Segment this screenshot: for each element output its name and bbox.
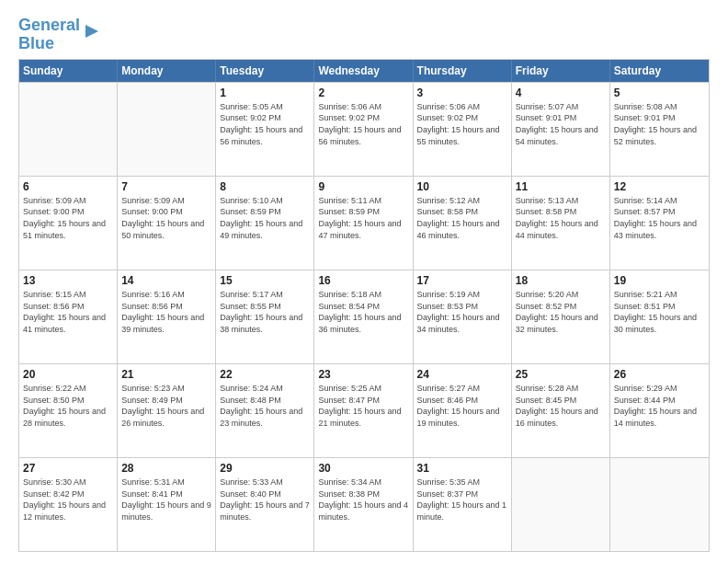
day-info: Sunrise: 5:31 AM Sunset: 8:41 PM Dayligh… [121,477,211,523]
calendar-cell: 23Sunrise: 5:25 AM Sunset: 8:47 PM Dayli… [314,364,413,457]
day-number: 14 [121,273,211,288]
day-number: 2 [318,86,408,100]
day-number: 25 [516,367,606,382]
calendar-cell: 16Sunrise: 5:18 AM Sunset: 8:54 PM Dayli… [314,270,413,363]
calendar-cell: 5Sunrise: 5:08 AM Sunset: 9:01 PM Daylig… [610,83,709,176]
day-info: Sunrise: 5:15 AM Sunset: 8:56 PM Dayligh… [23,289,113,335]
weekday-header-sunday: Sunday [19,60,118,82]
calendar-cell: 15Sunrise: 5:17 AM Sunset: 8:55 PM Dayli… [216,270,314,363]
calendar-cell: 29Sunrise: 5:33 AM Sunset: 8:40 PM Dayli… [216,458,314,551]
calendar-cell: 25Sunrise: 5:28 AM Sunset: 8:45 PM Dayli… [512,364,610,457]
day-number: 29 [220,461,310,476]
day-number: 22 [220,367,310,382]
calendar-cell [19,83,118,176]
day-number: 9 [318,179,408,194]
day-number: 6 [23,179,113,194]
calendar-cell [118,83,216,176]
calendar-cell: 21Sunrise: 5:23 AM Sunset: 8:49 PM Dayli… [118,364,216,457]
calendar-row-4: 20Sunrise: 5:22 AM Sunset: 8:50 PM Dayli… [19,363,709,457]
calendar-cell: 24Sunrise: 5:27 AM Sunset: 8:46 PM Dayli… [414,364,512,457]
day-info: Sunrise: 5:24 AM Sunset: 8:48 PM Dayligh… [220,383,310,429]
logo-arrow-icon [82,21,102,41]
calendar-cell: 10Sunrise: 5:12 AM Sunset: 8:58 PM Dayli… [414,177,512,270]
calendar-row-2: 6Sunrise: 5:09 AM Sunset: 9:00 PM Daylig… [19,176,709,270]
day-info: Sunrise: 5:23 AM Sunset: 8:49 PM Dayligh… [121,383,211,429]
day-number: 18 [516,273,606,288]
logo-text: General Blue [18,17,80,53]
day-number: 20 [23,367,113,382]
day-number: 12 [614,179,705,194]
calendar-cell: 4Sunrise: 5:07 AM Sunset: 9:01 PM Daylig… [512,83,610,176]
day-number: 23 [318,367,408,382]
calendar-cell: 8Sunrise: 5:10 AM Sunset: 8:59 PM Daylig… [216,177,314,270]
calendar-cell: 3Sunrise: 5:06 AM Sunset: 9:02 PM Daylig… [414,83,512,176]
day-number: 5 [614,86,705,100]
day-info: Sunrise: 5:33 AM Sunset: 8:40 PM Dayligh… [220,477,310,523]
day-info: Sunrise: 5:29 AM Sunset: 8:44 PM Dayligh… [614,383,705,429]
calendar-cell: 18Sunrise: 5:20 AM Sunset: 8:52 PM Dayli… [512,270,610,363]
day-info: Sunrise: 5:14 AM Sunset: 8:57 PM Dayligh… [614,195,705,241]
day-info: Sunrise: 5:22 AM Sunset: 8:50 PM Dayligh… [23,383,113,429]
calendar-header: SundayMondayTuesdayWednesdayThursdayFrid… [19,60,709,82]
calendar-cell: 13Sunrise: 5:15 AM Sunset: 8:56 PM Dayli… [19,270,118,363]
logo: General Blue [18,17,102,53]
day-info: Sunrise: 5:19 AM Sunset: 8:53 PM Dayligh… [417,289,507,335]
calendar-cell [610,458,709,551]
day-number: 16 [318,273,408,288]
day-number: 11 [516,179,606,194]
day-number: 8 [220,179,310,194]
header: General Blue [18,17,710,53]
svg-marker-0 [85,25,98,38]
weekday-header-saturday: Saturday [610,60,709,82]
calendar-cell: 22Sunrise: 5:24 AM Sunset: 8:48 PM Dayli… [216,364,314,457]
day-number: 4 [516,86,606,100]
calendar-cell: 1Sunrise: 5:05 AM Sunset: 9:02 PM Daylig… [216,83,314,176]
logo-general: General [18,16,80,34]
weekday-header-tuesday: Tuesday [216,60,314,82]
day-info: Sunrise: 5:12 AM Sunset: 8:58 PM Dayligh… [417,195,507,241]
calendar-row-1: 1Sunrise: 5:05 AM Sunset: 9:02 PM Daylig… [19,82,709,176]
calendar-cell: 17Sunrise: 5:19 AM Sunset: 8:53 PM Dayli… [414,270,512,363]
weekday-header-friday: Friday [512,60,610,82]
day-number: 3 [417,86,507,100]
day-number: 28 [121,461,211,476]
day-info: Sunrise: 5:18 AM Sunset: 8:54 PM Dayligh… [318,289,408,335]
weekday-header-wednesday: Wednesday [314,60,413,82]
calendar-cell: 28Sunrise: 5:31 AM Sunset: 8:41 PM Dayli… [118,458,216,551]
day-info: Sunrise: 5:25 AM Sunset: 8:47 PM Dayligh… [318,383,408,429]
day-info: Sunrise: 5:06 AM Sunset: 9:02 PM Dayligh… [417,101,507,147]
day-number: 17 [417,273,507,288]
day-info: Sunrise: 5:06 AM Sunset: 9:02 PM Dayligh… [318,101,408,147]
page: General Blue SundayMondayTuesdayWednesda… [0,0,728,563]
calendar-row-5: 27Sunrise: 5:30 AM Sunset: 8:42 PM Dayli… [19,457,709,551]
calendar-cell: 12Sunrise: 5:14 AM Sunset: 8:57 PM Dayli… [610,177,709,270]
day-number: 7 [121,179,211,194]
calendar-cell: 7Sunrise: 5:09 AM Sunset: 9:00 PM Daylig… [118,177,216,270]
calendar-cell: 11Sunrise: 5:13 AM Sunset: 8:58 PM Dayli… [512,177,610,270]
day-info: Sunrise: 5:35 AM Sunset: 8:37 PM Dayligh… [417,477,507,523]
calendar-cell: 20Sunrise: 5:22 AM Sunset: 8:50 PM Dayli… [19,364,118,457]
day-info: Sunrise: 5:11 AM Sunset: 8:59 PM Dayligh… [318,195,408,241]
weekday-header-monday: Monday [118,60,216,82]
day-number: 30 [318,461,408,476]
calendar-cell: 6Sunrise: 5:09 AM Sunset: 9:00 PM Daylig… [19,177,118,270]
calendar-cell: 27Sunrise: 5:30 AM Sunset: 8:42 PM Dayli… [19,458,118,551]
day-number: 27 [23,461,113,476]
day-number: 1 [220,86,310,100]
day-number: 15 [220,273,310,288]
day-info: Sunrise: 5:30 AM Sunset: 8:42 PM Dayligh… [23,477,113,523]
calendar-cell: 19Sunrise: 5:21 AM Sunset: 8:51 PM Dayli… [610,270,709,363]
calendar-cell: 9Sunrise: 5:11 AM Sunset: 8:59 PM Daylig… [314,177,413,270]
day-info: Sunrise: 5:17 AM Sunset: 8:55 PM Dayligh… [220,289,310,335]
day-info: Sunrise: 5:21 AM Sunset: 8:51 PM Dayligh… [614,289,705,335]
day-number: 24 [417,367,507,382]
day-info: Sunrise: 5:28 AM Sunset: 8:45 PM Dayligh… [516,383,606,429]
calendar-cell: 2Sunrise: 5:06 AM Sunset: 9:02 PM Daylig… [314,83,413,176]
day-number: 10 [417,179,507,194]
calendar: SundayMondayTuesdayWednesdayThursdayFrid… [18,59,710,552]
calendar-cell: 31Sunrise: 5:35 AM Sunset: 8:37 PM Dayli… [414,458,512,551]
logo-blue: Blue [18,34,54,52]
calendar-cell: 14Sunrise: 5:16 AM Sunset: 8:56 PM Dayli… [118,270,216,363]
day-number: 21 [121,367,211,382]
calendar-body: 1Sunrise: 5:05 AM Sunset: 9:02 PM Daylig… [19,82,709,551]
